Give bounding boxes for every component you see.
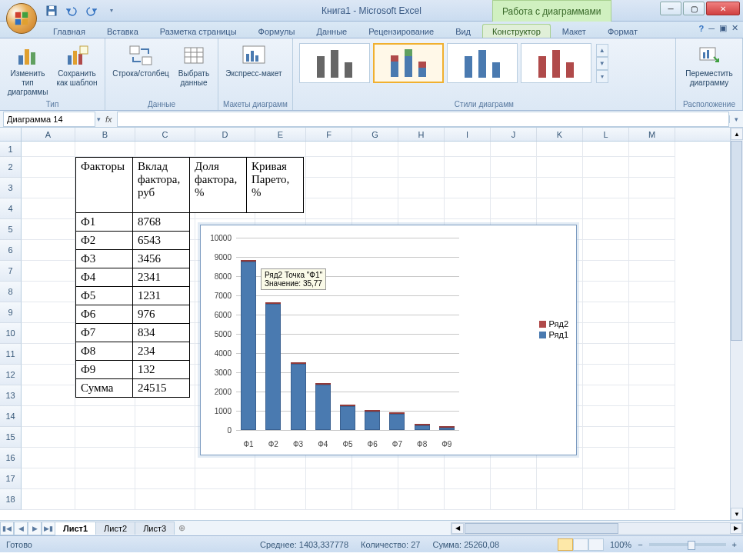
cell[interactable] (75, 406, 135, 427)
cell[interactable] (629, 427, 675, 448)
row-header[interactable]: 5 (0, 219, 22, 240)
row-header[interactable]: 16 (0, 448, 22, 468)
column-header[interactable]: D (195, 128, 255, 141)
new-sheet-icon[interactable]: ⊕ (175, 523, 188, 533)
cell[interactable] (583, 365, 629, 385)
cell[interactable] (306, 157, 352, 178)
cell[interactable] (255, 489, 306, 510)
sheet-nav-last-icon[interactable]: ▶▮ (42, 522, 55, 535)
cell[interactable] (75, 448, 135, 468)
doc-close-button[interactable]: ✕ (731, 23, 738, 33)
maximize-button[interactable]: ▢ (683, 2, 705, 15)
column-header[interactable]: I (445, 128, 491, 141)
cell[interactable] (629, 157, 675, 178)
chart-bar[interactable] (340, 406, 355, 430)
cell[interactable] (629, 323, 675, 344)
office-button[interactable] (6, 3, 37, 34)
cell[interactable] (398, 198, 445, 219)
tab-chart-design[interactable]: Конструктор (482, 24, 551, 38)
cell[interactable] (135, 468, 195, 489)
hscroll-right-icon[interactable]: ▶ (730, 523, 742, 534)
tab-home[interactable]: Главная (43, 24, 95, 38)
cell[interactable] (22, 282, 75, 302)
column-header[interactable]: K (537, 128, 583, 141)
chart-bar[interactable] (389, 414, 405, 430)
cell[interactable] (491, 142, 537, 157)
cell[interactable] (537, 489, 583, 510)
cell[interactable] (75, 468, 135, 489)
name-box[interactable] (3, 112, 95, 127)
undo-icon[interactable] (63, 2, 80, 19)
row-header[interactable]: 1 (0, 142, 22, 157)
hscroll-left-icon[interactable]: ◀ (451, 523, 464, 534)
cell[interactable] (537, 142, 583, 157)
cell[interactable] (629, 219, 675, 240)
cell[interactable] (22, 365, 75, 385)
vertical-scrollbar[interactable]: ▲ ▼ (730, 128, 743, 520)
row-header[interactable]: 10 (0, 323, 22, 344)
cell[interactable] (583, 427, 629, 448)
cell[interactable] (629, 468, 675, 489)
cell[interactable] (195, 468, 255, 489)
cell[interactable] (135, 448, 195, 468)
column-header[interactable]: E (255, 128, 306, 141)
cell[interactable] (629, 282, 675, 302)
cell[interactable] (306, 198, 352, 219)
cell[interactable] (629, 385, 675, 406)
row-header[interactable]: 9 (0, 302, 22, 323)
select-all-corner[interactable] (0, 128, 22, 141)
tab-view[interactable]: Вид (445, 24, 481, 38)
cell[interactable] (629, 489, 675, 510)
cell[interactable] (629, 198, 675, 219)
cell[interactable] (629, 142, 675, 157)
cell[interactable] (583, 385, 629, 406)
cell[interactable] (491, 489, 537, 510)
cell[interactable] (398, 178, 445, 198)
row-header[interactable]: 17 (0, 468, 22, 489)
sheet-tab-3[interactable]: Лист3 (135, 522, 175, 535)
hscroll-thumb[interactable] (465, 523, 618, 534)
cell[interactable] (583, 344, 629, 365)
cell[interactable] (445, 489, 491, 510)
table-cell[interactable]: Ф8 (76, 342, 133, 361)
chart-bar[interactable] (291, 364, 306, 430)
gallery-down-icon[interactable]: ▼ (596, 57, 608, 70)
cell[interactable] (583, 178, 629, 198)
cell[interactable] (22, 448, 75, 468)
cell[interactable] (22, 198, 75, 219)
cell[interactable] (583, 240, 629, 261)
scroll-down-icon[interactable]: ▼ (731, 508, 743, 520)
row-header[interactable]: 6 (0, 240, 22, 261)
column-header[interactable]: C (135, 128, 195, 141)
table-cell[interactable]: Ф1 (76, 213, 133, 232)
table-cell[interactable]: 6543 (133, 232, 190, 250)
table-header[interactable]: Вклад фактора, руб (133, 158, 190, 213)
row-header[interactable]: 4 (0, 198, 22, 219)
save-icon[interactable] (43, 2, 60, 19)
doc-minimize-button[interactable]: ─ (708, 24, 715, 33)
cell[interactable] (195, 142, 255, 157)
cell[interactable] (537, 198, 583, 219)
cell[interactable] (629, 302, 675, 323)
save-as-template-button[interactable]: Сохранить как шаблон (54, 42, 100, 98)
gallery-up-icon[interactable]: ▲ (596, 44, 608, 57)
table-cell[interactable]: 2341 (133, 268, 190, 287)
cell[interactable] (352, 178, 398, 198)
column-header[interactable]: F (306, 128, 352, 141)
cell[interactable] (445, 178, 491, 198)
cell[interactable] (75, 427, 135, 448)
column-header[interactable]: A (22, 128, 75, 141)
cell[interactable] (583, 448, 629, 468)
tab-formulas[interactable]: Формулы (248, 24, 305, 38)
table-cell[interactable]: Ф7 (76, 324, 133, 342)
cell[interactable] (255, 468, 306, 489)
select-data-button[interactable]: Выбрать данные (175, 42, 213, 89)
cell[interactable] (583, 323, 629, 344)
chart-style-1[interactable] (299, 43, 370, 83)
cell[interactable] (22, 385, 75, 406)
cell[interactable] (135, 489, 195, 510)
cell[interactable] (491, 178, 537, 198)
cell[interactable] (537, 157, 583, 178)
cell[interactable] (255, 142, 306, 157)
row-header[interactable]: 3 (0, 178, 22, 198)
